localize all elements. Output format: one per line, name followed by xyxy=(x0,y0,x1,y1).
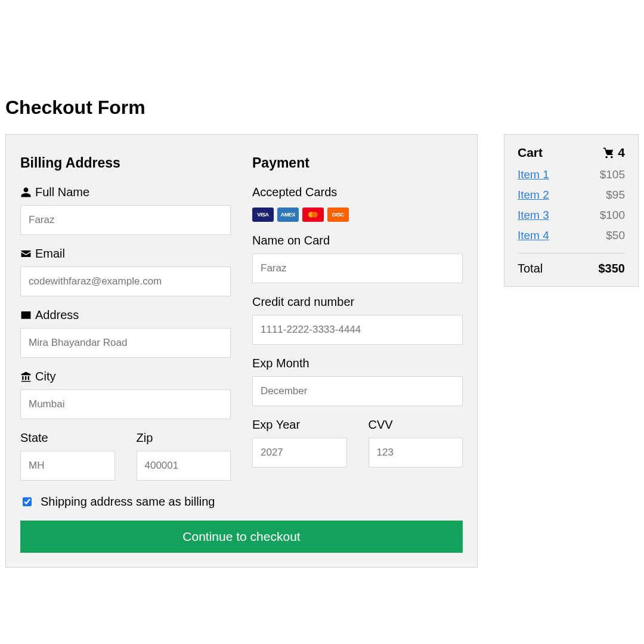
email-label: Email xyxy=(20,247,231,261)
mastercard-icon xyxy=(302,208,324,222)
billing-heading: Billing Address xyxy=(20,155,231,171)
cart-item-link[interactable]: Item 4 xyxy=(518,229,549,242)
person-icon xyxy=(20,187,32,198)
cart-icon xyxy=(603,147,615,159)
discover-icon: DISC xyxy=(327,208,349,222)
envelope-icon xyxy=(20,248,32,259)
cart-total-value: $350 xyxy=(599,262,626,275)
cart-total-label: Total xyxy=(518,262,543,275)
fullname-label: Full Name xyxy=(20,185,231,199)
ccnum-input[interactable] xyxy=(252,315,463,345)
institution-icon xyxy=(20,371,32,382)
cart-panel: Cart 4 Item 1 $105 Item 2 $95 Item 3 $10… xyxy=(504,134,639,287)
accepted-cards-label: Accepted Cards xyxy=(252,185,463,199)
cart-total-row: Total $350 xyxy=(518,262,625,275)
address-card-icon xyxy=(20,309,32,321)
cart-separator xyxy=(518,253,625,253)
cart-item-price: $95 xyxy=(606,188,625,202)
city-label: City xyxy=(20,370,231,383)
zip-label: Zip xyxy=(137,431,231,445)
city-input[interactable] xyxy=(20,389,231,419)
name-on-card-label: Name on Card xyxy=(252,234,463,247)
expmonth-label: Exp Month xyxy=(252,357,463,370)
cart-item-link[interactable]: Item 2 xyxy=(518,188,549,202)
visa-icon: VISA xyxy=(252,208,274,222)
page-title: Checkout Form xyxy=(5,97,639,119)
cart-item-price: $105 xyxy=(600,168,625,181)
address-label: Address xyxy=(20,308,231,322)
billing-column: Billing Address Full Name Email Address xyxy=(20,145,231,481)
cart-item: Item 3 $100 xyxy=(518,209,625,222)
cart-item-price: $50 xyxy=(606,229,625,242)
cart-item: Item 2 $95 xyxy=(518,188,625,202)
cart-count: 4 xyxy=(618,145,625,160)
continue-checkout-button[interactable]: Continue to checkout xyxy=(20,521,463,553)
expyear-label: Exp Year xyxy=(252,418,347,432)
shipping-same-label: Shipping address same as billing xyxy=(41,495,215,509)
checkout-panel: Billing Address Full Name Email Address xyxy=(5,134,478,568)
expyear-input[interactable] xyxy=(252,438,347,467)
state-input[interactable] xyxy=(20,451,115,481)
expmonth-input[interactable] xyxy=(252,376,463,406)
cart-heading: Cart xyxy=(518,145,543,160)
payment-column: Payment Accepted Cards VISA AMEX DISC Na… xyxy=(252,145,463,481)
cart-item-link[interactable]: Item 1 xyxy=(518,168,549,181)
email-input[interactable] xyxy=(20,267,231,296)
cvv-label: CVV xyxy=(369,418,463,432)
card-brand-icons: VISA AMEX DISC xyxy=(252,208,463,222)
fullname-input[interactable] xyxy=(20,205,231,235)
state-label: State xyxy=(20,431,115,445)
zip-input[interactable] xyxy=(137,451,231,481)
shipping-same-checkbox[interactable] xyxy=(23,497,32,506)
cvv-input[interactable] xyxy=(369,438,463,467)
cart-item-link[interactable]: Item 3 xyxy=(518,209,549,222)
ccnum-label: Credit card number xyxy=(252,295,463,309)
payment-heading: Payment xyxy=(252,155,463,171)
cart-item-price: $100 xyxy=(600,209,625,222)
name-on-card-input[interactable] xyxy=(252,253,463,283)
cart-item: Item 4 $50 xyxy=(518,229,625,242)
amex-icon: AMEX xyxy=(277,208,299,222)
address-input[interactable] xyxy=(20,328,231,358)
cart-item: Item 1 $105 xyxy=(518,168,625,181)
